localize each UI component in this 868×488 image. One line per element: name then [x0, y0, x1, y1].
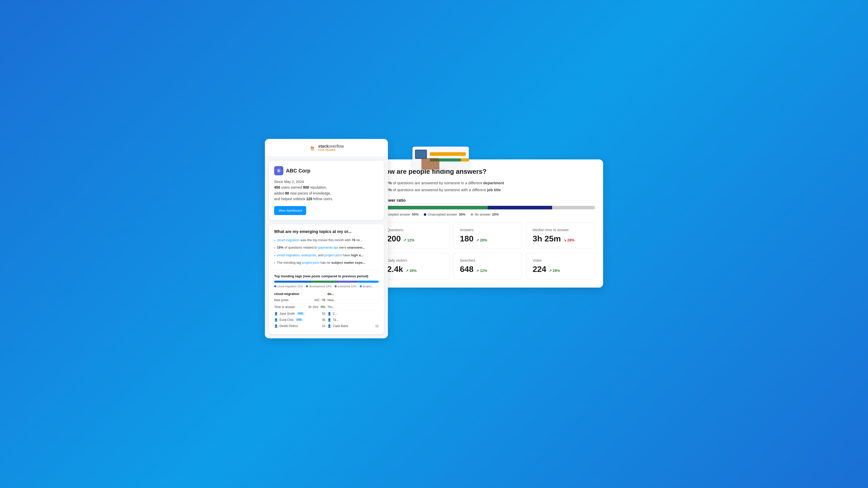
unaccepted-dot — [424, 213, 426, 216]
arrow-up-daily-visitors — [406, 269, 409, 273]
tag-col-1: cloud-migration New posts 342 ↑76 Time t… — [274, 291, 326, 329]
main-container: stackoverflow FOR TEAMS A ABC Corp Since… — [265, 139, 603, 349]
legend-project: project... — [360, 285, 374, 288]
no-answer-dot — [471, 213, 473, 216]
arrow-up-answers — [476, 238, 479, 242]
abc-unblock: and helped unblock — [274, 197, 306, 201]
legend-no-answer: No answer 20% — [471, 212, 499, 216]
metric-value-answers: 180 — [460, 234, 473, 243]
left-card: stackoverflow FOR TEAMS A ABC Corp Since… — [265, 139, 388, 338]
ratio-accepted — [381, 206, 488, 209]
illus-bg — [412, 147, 469, 170]
trending-segment-enterprise — [337, 281, 358, 283]
metric-change-questions: 12% — [403, 238, 414, 242]
ratio-unaccepted — [488, 206, 552, 209]
arrow-down-median-time — [563, 238, 566, 242]
trending-legend: cloud-migration 21% development 15% ente… — [274, 285, 379, 288]
metric-label-answers: Answers — [460, 228, 516, 232]
illus-monitor — [415, 150, 427, 159]
abc-company-name: ABC Corp — [286, 168, 311, 174]
divider — [274, 270, 379, 270]
metric-value-row-votes: 224 28% — [533, 265, 588, 274]
user-row-dimitri: 👤 Dimitri Petrov 24 — [274, 323, 326, 329]
metric-change-answers: 28% — [476, 238, 487, 242]
metric-value-row-median-time: 3h 25m 28% — [533, 234, 588, 243]
topic-link-cloud-migration[interactable]: cloud migration — [277, 238, 300, 242]
user-icon-carla: 👤 — [328, 324, 331, 328]
metric-value-row-searches: 648 12% — [460, 265, 516, 274]
metrics-grid: Questions 200 12% Answers 180 28% — [381, 222, 595, 279]
abc-icon: A — [274, 166, 283, 175]
svg-text:A: A — [278, 170, 280, 172]
topic-link-payments-api[interactable]: payments-api — [318, 246, 338, 249]
topics-card: What are my emerging topics at my or... … — [269, 224, 384, 334]
tag-row-new2: New... — [328, 297, 379, 304]
abc-unblock-count: 120 — [306, 197, 312, 201]
abc-users-suffix: users earned — [280, 185, 303, 189]
bullet-list: • 34% of questions are answered by someo… — [381, 181, 595, 192]
metric-card-questions: Questions 200 12% — [381, 222, 450, 249]
svg-rect-2 — [311, 150, 314, 150]
bullet-icon-4: • — [274, 261, 275, 266]
dashboard-illustration — [412, 147, 469, 170]
legend-enterprise: enterprise 12% — [335, 285, 356, 288]
answer-ratio-title: Answer ratio — [381, 198, 595, 203]
metric-value-daily-visitors: 2.4k — [387, 265, 403, 274]
svg-rect-0 — [311, 149, 314, 149]
legend-development: development 15% — [306, 285, 332, 288]
metric-change-votes: 28% — [549, 269, 560, 273]
abc-since: Since May 2, 2024 — [274, 180, 304, 184]
topic-link-project-juno[interactable]: project-juno — [324, 253, 342, 257]
svg-rect-1 — [311, 149, 314, 150]
ratio-bar — [381, 206, 595, 209]
user-row-c: 👤 C... — [328, 311, 379, 317]
trending-title: Top trending tags (new posts compared to… — [274, 274, 379, 278]
ratio-legend: Accepted answer 50% Unaccepted answer 30… — [381, 212, 595, 216]
legend-unaccepted: Unaccepted answer 30% — [424, 212, 466, 216]
abc-logo-icon: A — [276, 168, 281, 173]
topic-link-cloud-migration-2[interactable]: cloud migration — [277, 253, 300, 257]
abc-stats: Since May 2, 2024 450 users earned 900 r… — [274, 179, 379, 202]
topic-item-1: • cloud migration was the top mover this… — [274, 238, 379, 243]
so-logo: stackoverflow FOR TEAMS — [309, 144, 344, 151]
ratio-none — [552, 206, 595, 209]
abc-unblock-suffix: fellow users. — [312, 197, 333, 201]
topic-item-3: • cloud migration, enterprise, and proje… — [274, 253, 379, 258]
abc-reputation-suffix: reputation, — [309, 185, 327, 189]
illus-bar-yellow — [430, 152, 466, 156]
abc-users-count: 450 — [274, 185, 280, 189]
metric-label-median-time: Median time to answer — [533, 228, 588, 232]
metric-change-median-time: 28% — [563, 238, 575, 242]
metric-value-searches: 648 — [460, 265, 473, 274]
trending-segment-cloud — [274, 281, 311, 283]
metric-card-votes: Votes 224 28% — [526, 253, 595, 279]
user-icon-dimitri: 👤 — [274, 324, 278, 328]
view-dashboard-button[interactable]: View dashboard — [274, 206, 306, 215]
user-icon-t: 👤 — [328, 318, 331, 322]
abc-knowledge: 80 — [285, 191, 289, 195]
trending-segment-project — [358, 281, 379, 283]
illus-brown — [422, 158, 439, 170]
so-logo-subtitle: FOR TEAMS — [318, 149, 344, 151]
metric-value-row-questions: 200 12% — [387, 234, 443, 243]
topic-link-enterprise[interactable]: enterprise — [301, 253, 316, 257]
user-icon-c: 👤 — [328, 312, 331, 315]
arrow-up-votes — [549, 269, 552, 273]
bullet-bold-1: department — [483, 181, 504, 185]
topic-link-project-juno-2[interactable]: project-juno — [302, 261, 319, 265]
user-row-jane: 👤 Jane Smith SME 53 — [274, 311, 326, 317]
tag-row-time: Time to answer 3h 15m ↑9% — [274, 304, 326, 311]
metric-value-row-daily-visitors: 2.4k 28% — [387, 265, 443, 274]
no-answer-label: No answer — [475, 212, 491, 216]
metric-card-searches: Searches 648 12% — [454, 253, 522, 279]
metric-card-answers: Answers 180 28% — [454, 222, 522, 249]
trending-segment-development — [311, 281, 337, 283]
abc-corp-card: A ABC Corp Since May 2, 2024 450 users e… — [269, 161, 384, 220]
metric-change-searches: 12% — [476, 269, 487, 273]
metric-value-median-time: 3h 25m — [533, 234, 561, 243]
arrow-up-searches — [476, 269, 479, 273]
topic-item-2: • 18% of questions related to payments-a… — [274, 245, 379, 251]
tag-col-2: de... New... Tim... 👤 C... — [328, 291, 379, 329]
legend-cloud: cloud-migration 21% — [274, 285, 303, 288]
arrow-up-questions — [403, 238, 406, 242]
